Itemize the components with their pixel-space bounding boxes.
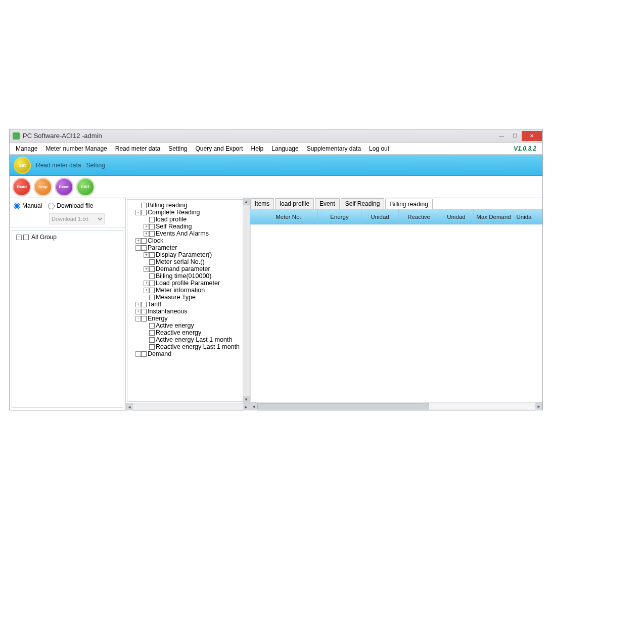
scroll-right-icon[interactable]: ► [243,403,250,410]
menu-meter-number-manage[interactable]: Meter number Manage [41,143,111,154]
scroll-left-icon[interactable]: ◄ [126,403,133,410]
expand-icon[interactable]: + [144,288,149,293]
tree-node[interactable]: +Tariff [129,301,240,308]
column-header[interactable]: Unidad [361,209,399,224]
tree-checkbox[interactable] [149,231,155,237]
group-tree[interactable]: + All Group [12,230,123,408]
collapse-icon[interactable]: - [135,210,141,215]
scroll-right-icon[interactable]: ► [535,402,542,410]
tree-checkbox[interactable] [141,309,147,314]
tab-self-reading[interactable]: Self Reading [341,198,385,209]
tree-checkbox[interactable] [141,316,147,321]
tree-node[interactable]: +Display Parameter() [129,251,240,258]
scroll-left-icon[interactable]: ◄ [250,402,257,410]
tree-checkbox[interactable] [149,323,155,329]
menu-supplementary-data[interactable]: Supplementary data [303,143,365,154]
tree-checkbox[interactable] [149,295,155,300]
column-header[interactable]: Max Demand [474,209,514,224]
tree-checkbox[interactable] [141,238,147,244]
expand-icon[interactable]: + [135,309,141,314]
tree-node[interactable]: Billing reading [129,202,240,209]
grid-horizontal-scrollbar[interactable]: ◄ ► [250,402,542,410]
tree-checkbox[interactable] [149,330,155,336]
manual-radio[interactable]: Manual [14,202,42,209]
tree-checkbox[interactable] [149,259,155,265]
expand-icon[interactable]: + [135,302,141,307]
set-button[interactable]: Set [14,157,31,174]
excel-button[interactable]: Excel [55,178,73,196]
tree-node[interactable]: +Clock [129,237,240,244]
tab-event[interactable]: Event [315,198,340,209]
exit-button[interactable]: EXIT [76,178,95,196]
tree-node[interactable]: -Demand [129,350,240,357]
close-button[interactable]: ✕ [522,131,542,141]
column-header[interactable]: Energy [318,209,361,224]
expand-icon[interactable]: + [144,266,149,272]
menu-query-export[interactable]: Query and Export [192,143,247,154]
menu-help[interactable]: Help [247,143,268,154]
tree-node[interactable]: Billing time(010000) [129,272,240,280]
column-header[interactable] [250,209,259,224]
read-button[interactable]: Read [13,178,31,196]
tree-checkbox[interactable] [149,252,155,258]
collapse-icon[interactable]: - [135,245,141,251]
column-header[interactable]: Meter No. [259,209,318,224]
tree-checkbox[interactable] [141,203,147,208]
tree-node[interactable]: Reactive energy Last 1 month [129,343,240,350]
tree-checkbox[interactable] [141,210,147,215]
maximize-button[interactable]: ☐ [509,131,521,141]
download-file-radio[interactable]: Download file [48,202,93,209]
tree-node[interactable]: -Energy [129,315,240,322]
ribbon-setting[interactable]: Setting [86,162,105,169]
ribbon-read-meter-data[interactable]: Read meter data [36,162,81,169]
tree-node[interactable]: +Meter information [129,287,240,294]
tree-checkbox[interactable] [149,288,155,293]
tree-vertical-scrollbar[interactable]: ▲ ▼ [243,198,250,403]
tree-node[interactable]: +Instantaneous [129,308,240,315]
tree-checkbox[interactable] [149,337,155,343]
download-select[interactable]: Download 1.txt [49,213,105,224]
tree-checkbox[interactable] [141,351,147,357]
tree-checkbox[interactable] [149,224,155,229]
tree-node[interactable]: Meter serial No.() [129,258,240,265]
tree-checkbox[interactable] [149,273,155,279]
column-header[interactable]: Unidad [439,209,474,224]
tree-node[interactable]: Reactive energy [129,329,240,336]
group-checkbox[interactable] [23,235,29,240]
tab-billing-reading[interactable]: Billing reading [385,199,432,209]
tree-checkbox[interactable] [141,302,147,307]
scroll-down-icon[interactable]: ▼ [243,396,250,403]
tree-node[interactable]: +Demand parameter [129,265,240,272]
tab-items[interactable]: Items [250,198,274,209]
tree-checkbox[interactable] [149,344,155,350]
tree-node[interactable]: +Events And Alarms [129,230,240,237]
expand-icon[interactable]: + [144,231,149,237]
tree-horizontal-scrollbar[interactable]: ◄ ► [126,403,250,410]
expand-icon[interactable]: + [144,281,149,286]
tab-load-profile[interactable]: load profile [275,198,314,209]
column-header[interactable]: Reactive [399,209,439,224]
tree-node[interactable]: Measure Type [129,294,240,301]
menu-read-meter-data[interactable]: Read meter data [111,143,164,154]
tree-checkbox[interactable] [141,245,147,251]
tree-checkbox[interactable] [149,266,155,272]
tree-node[interactable]: -Parameter [129,244,240,251]
menu-setting[interactable]: Setting [164,143,191,154]
tree-checkbox[interactable] [149,281,155,286]
column-header[interactable]: Unida [514,209,534,224]
expand-icon[interactable]: + [135,238,141,244]
collapse-icon[interactable]: - [135,316,141,321]
collapse-icon[interactable]: - [135,351,141,357]
menu-manage[interactable]: Manage [12,143,41,154]
scrollbar-thumb[interactable] [257,403,429,409]
reading-tree[interactable]: Billing reading-Complete Readingload pro… [127,199,249,402]
tree-node[interactable]: Active energy [129,322,240,329]
tree-checkbox[interactable] [149,217,155,222]
menu-language[interactable]: Language [267,143,302,154]
expand-icon[interactable]: + [144,224,149,229]
menu-log-out[interactable]: Log out [365,143,393,154]
tree-node[interactable]: +Load profile Parameter [129,280,240,287]
minimize-button[interactable]: — [495,131,508,141]
expand-icon[interactable]: + [16,235,22,240]
tree-node[interactable]: -Complete Reading [129,209,240,216]
